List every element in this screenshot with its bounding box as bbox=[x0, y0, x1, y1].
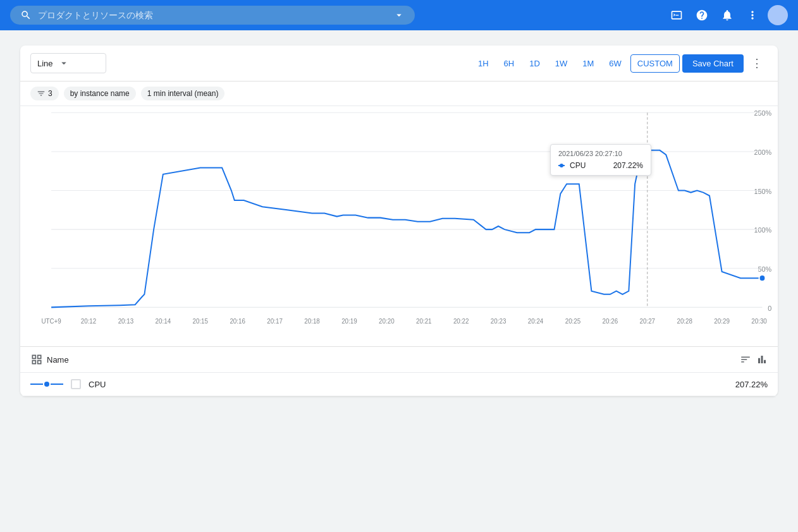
svg-text:20:18: 20:18 bbox=[304, 318, 320, 325]
legend-grid-icon bbox=[30, 353, 43, 366]
time-6h[interactable]: 6H bbox=[498, 55, 521, 72]
svg-text:20:19: 20:19 bbox=[341, 318, 357, 325]
legend-name-header: Name bbox=[47, 355, 69, 365]
save-chart-button[interactable]: Save Chart bbox=[682, 54, 744, 73]
svg-text:20:14: 20:14 bbox=[156, 318, 171, 325]
tooltip-row: CPU 207.22% bbox=[558, 161, 643, 170]
svg-text:20:24: 20:24 bbox=[528, 318, 544, 325]
chart-type-select[interactable]: Line bbox=[30, 53, 106, 73]
notification-icon[interactable] bbox=[717, 5, 737, 25]
chart-svg-wrapper: 250% 200% 150% 100% 50% 0 UTC+9 20:12 bbox=[20, 106, 778, 346]
svg-text:20:15: 20:15 bbox=[193, 318, 209, 325]
legend-row: CPU 207.22% bbox=[20, 373, 778, 396]
legend-area: Name CPU 207.22% bbox=[20, 346, 778, 396]
nav-icons bbox=[666, 5, 788, 25]
tooltip-value: 207.22% bbox=[613, 161, 643, 170]
chart-area: 250% 200% 150% 100% 50% 0 UTC+9 20:12 bbox=[20, 106, 778, 346]
filter-count: 3 bbox=[48, 89, 52, 98]
svg-text:50%: 50% bbox=[758, 265, 772, 273]
svg-text:20:20: 20:20 bbox=[379, 318, 395, 325]
legend-header: Name bbox=[20, 347, 778, 373]
chart-type-dropdown-icon bbox=[58, 57, 70, 69]
svg-text:20:29: 20:29 bbox=[714, 318, 730, 325]
interval-chip[interactable]: 1 min interval (mean) bbox=[141, 87, 225, 100]
svg-text:20:30: 20:30 bbox=[751, 318, 767, 325]
svg-text:20:26: 20:26 bbox=[603, 318, 618, 325]
svg-text:150%: 150% bbox=[754, 187, 772, 195]
time-filters: 1H 6H 1D 1W 1M 6W CUSTOM Save Chart ⋮ bbox=[472, 54, 768, 73]
chart-more-icon[interactable]: ⋮ bbox=[746, 54, 768, 73]
svg-text:100%: 100% bbox=[754, 226, 772, 234]
tooltip-dot-icon bbox=[558, 165, 565, 166]
time-custom[interactable]: CUSTOM bbox=[630, 54, 680, 73]
data-point-dot bbox=[759, 275, 766, 281]
search-bar[interactable] bbox=[10, 6, 415, 25]
legend-line-bar bbox=[30, 384, 43, 385]
tooltip-date: 2021/06/23 20:27:10 bbox=[558, 150, 643, 157]
legend-line-indicator bbox=[30, 382, 63, 387]
svg-text:250%: 250% bbox=[754, 109, 772, 117]
filter-row: 3 by instance name 1 min interval (mean) bbox=[20, 82, 778, 106]
legend-checkbox[interactable] bbox=[71, 379, 81, 389]
time-1d[interactable]: 1D bbox=[523, 55, 546, 72]
top-navigation bbox=[0, 0, 798, 30]
filter-count-chip[interactable]: 3 bbox=[30, 87, 59, 100]
svg-text:20:22: 20:22 bbox=[453, 318, 469, 325]
time-1m[interactable]: 1M bbox=[576, 55, 600, 72]
svg-text:20:21: 20:21 bbox=[416, 318, 432, 325]
svg-text:20:13: 20:13 bbox=[118, 318, 134, 325]
time-6w[interactable]: 6W bbox=[603, 55, 628, 72]
svg-text:20:23: 20:23 bbox=[491, 318, 506, 325]
main-content: Line 1H 6H 1D 1W 1M 6W CUSTOM Save Chart… bbox=[0, 30, 798, 411]
svg-text:20:16: 20:16 bbox=[230, 318, 245, 325]
svg-text:20:17: 20:17 bbox=[267, 318, 283, 325]
search-input[interactable] bbox=[38, 10, 387, 20]
chart-toolbar: Line 1H 6H 1D 1W 1M 6W CUSTOM Save Chart… bbox=[20, 45, 778, 82]
svg-text:0: 0 bbox=[768, 304, 771, 311]
legend-icons-right bbox=[740, 354, 768, 365]
tooltip-box: 2021/06/23 20:27:10 CPU 207.22% bbox=[550, 144, 651, 176]
svg-text:20:27: 20:27 bbox=[640, 318, 656, 325]
chart-svg: 250% 200% 150% 100% 50% 0 UTC+9 20:12 bbox=[20, 106, 778, 346]
user-avatar[interactable] bbox=[768, 5, 788, 25]
filter-icon bbox=[37, 89, 46, 98]
by-instance-label: by instance name bbox=[70, 89, 130, 98]
tooltip-label: CPU bbox=[570, 161, 608, 170]
time-1h[interactable]: 1H bbox=[472, 55, 495, 72]
time-1w[interactable]: 1W bbox=[549, 55, 574, 72]
svg-text:200%: 200% bbox=[754, 148, 772, 156]
legend-chart-icon[interactable] bbox=[756, 354, 768, 365]
help-icon[interactable] bbox=[692, 5, 712, 25]
more-options-icon[interactable] bbox=[742, 5, 763, 25]
legend-line-bar-2 bbox=[51, 384, 63, 385]
svg-text:UTC+9: UTC+9 bbox=[41, 318, 61, 325]
interval-label: 1 min interval (mean) bbox=[147, 89, 219, 98]
legend-item-value: 207.22% bbox=[735, 380, 768, 389]
terminal-icon[interactable] bbox=[666, 5, 687, 25]
svg-text:20:12: 20:12 bbox=[81, 318, 97, 325]
legend-sort-icon[interactable] bbox=[740, 354, 751, 365]
search-icon bbox=[20, 9, 32, 21]
legend-line-dot bbox=[44, 382, 49, 387]
legend-item-name: CPU bbox=[89, 380, 728, 389]
by-instance-chip[interactable]: by instance name bbox=[64, 87, 136, 100]
cpu-line bbox=[51, 150, 762, 308]
svg-text:20:28: 20:28 bbox=[677, 318, 692, 325]
svg-text:20:25: 20:25 bbox=[565, 318, 581, 325]
chart-type-label: Line bbox=[37, 59, 53, 68]
chart-card: Line 1H 6H 1D 1W 1M 6W CUSTOM Save Chart… bbox=[20, 45, 778, 396]
dropdown-icon bbox=[393, 9, 405, 21]
